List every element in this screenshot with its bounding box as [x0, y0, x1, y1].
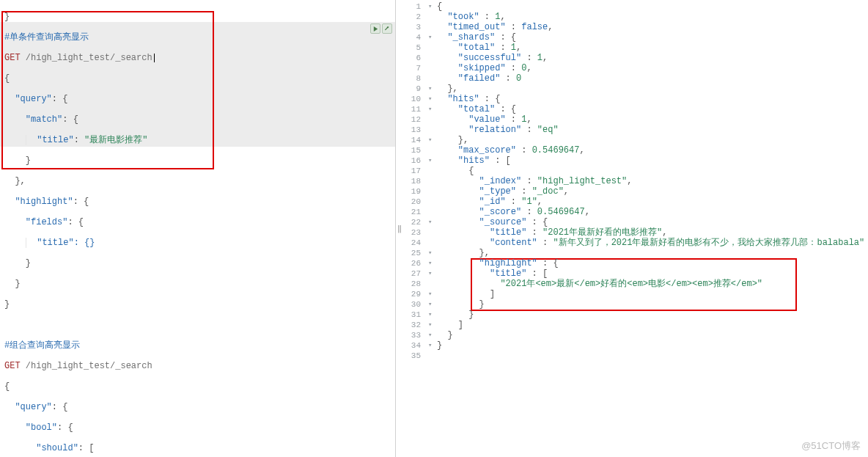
response-line: 19 "_type" : "_doc",: [402, 186, 868, 197]
request-path: /high_light_test/_search: [26, 53, 152, 63]
response-line: 28 "2021年<em>最新</em>好看的<em>电影</em><em>推荐…: [402, 279, 868, 289]
response-line: 30▾ }: [402, 299, 868, 310]
response-pane: 1▾{2 "took" : 1,3 "timed_out" : false,4▾…: [402, 0, 868, 457]
response-line: 27▾ "title" : [: [402, 268, 868, 279]
response-line: 14▾ },: [402, 135, 868, 145]
response-line: 1▾{: [402, 1, 868, 12]
request-editor-pane: } #单条件查询高亮显示 GET /high_light_test/_searc…: [0, 0, 396, 457]
response-line: 25▾ },: [402, 248, 868, 258]
http-method: GET: [4, 53, 21, 63]
response-line: 29▾ ]: [402, 289, 868, 299]
response-line: 10▾ "hits" : {: [402, 94, 868, 104]
response-line: 32▾ ]: [402, 320, 868, 330]
response-line: 15 "max_score" : 0.5469647,: [402, 145, 868, 156]
response-line: 17 {: [402, 166, 868, 176]
response-line: 12 "value" : 1,: [402, 114, 868, 125]
response-line: 5 "total" : 1,: [402, 43, 868, 53]
response-line: 35: [402, 351, 868, 361]
pane-splitter[interactable]: ‖: [396, 0, 402, 457]
http-method-2: GET: [4, 361, 21, 371]
response-line: 23 "title" : "2021年最新好看的电影推荐",: [402, 227, 868, 238]
response-line: 13 "relation" : "eq": [402, 125, 868, 135]
comment-combo: #组合查询高亮显示: [4, 340, 80, 351]
text-caret: [154, 54, 155, 62]
app-root: } #单条件查询高亮显示 GET /high_light_test/_searc…: [0, 0, 868, 457]
request-editor[interactable]: } #单条件查询高亮显示 GET /high_light_test/_searc…: [0, 0, 395, 457]
response-line: 33▾ }: [402, 330, 868, 340]
request-path-2: /high_light_test/_search: [26, 361, 152, 371]
response-line: 6 "successful" : 1,: [402, 53, 868, 63]
watermark: @51CTO博客: [801, 439, 861, 453]
response-viewer[interactable]: 1▾{2 "took" : 1,3 "timed_out" : false,4▾…: [402, 0, 868, 361]
response-line: 18 "_index" : "high_light_test",: [402, 176, 868, 186]
comment-single: #单条件查询高亮显示: [4, 32, 89, 43]
response-line: 3 "timed_out" : false,: [402, 22, 868, 32]
response-line: 26▾ "highlight" : {: [402, 258, 868, 268]
splitter-grip-icon: ‖: [397, 224, 400, 233]
response-line: 34▾}: [402, 340, 868, 351]
response-line: 21 "_score" : 0.5469647,: [402, 207, 868, 217]
response-line: 4▾ "_shards" : {: [402, 32, 868, 43]
response-line: 22▾ "_source" : {: [402, 217, 868, 227]
response-line: 24 "content" : "新年又到了，2021年最新好看的电影有不少，我给…: [402, 238, 868, 248]
response-line: 2 "took" : 1,: [402, 12, 868, 22]
response-line: 7 "skipped" : 0,: [402, 63, 868, 73]
response-line: 31▾ }: [402, 310, 868, 320]
response-line: 9▾ },: [402, 84, 868, 94]
response-line: 16▾ "hits" : [: [402, 156, 868, 166]
response-line: 8 "failed" : 0: [402, 73, 868, 84]
response-line: 11▾ "total" : {: [402, 104, 868, 114]
response-line: 20 "_id" : "1",: [402, 197, 868, 207]
